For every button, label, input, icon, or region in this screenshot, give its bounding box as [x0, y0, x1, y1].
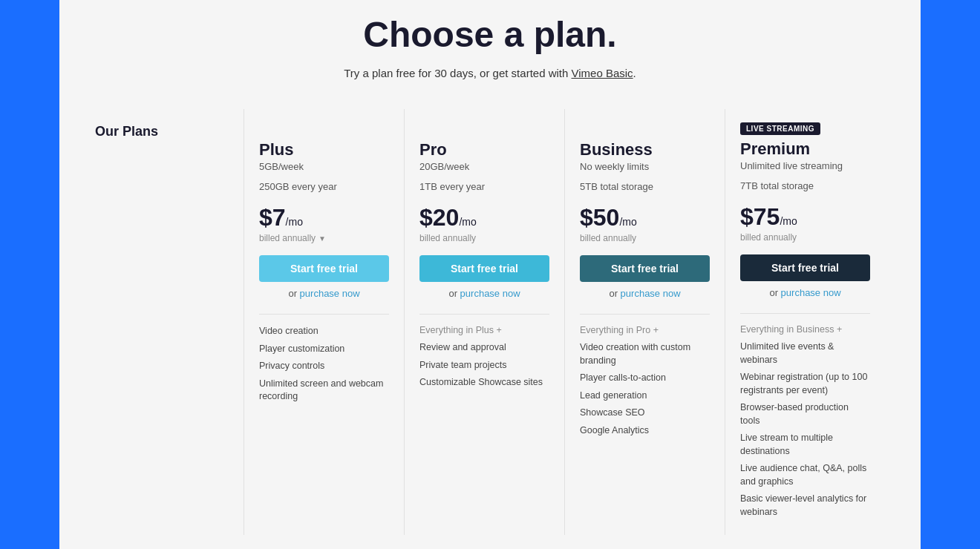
purchase-now-link[interactable]: purchase now: [621, 288, 681, 299]
start-trial-button[interactable]: Start free trial: [580, 255, 710, 282]
feature-item: Player calls-to-action: [580, 372, 710, 385]
price-amount: $50: [580, 204, 619, 231]
price-amount: $20: [419, 204, 459, 231]
plan-storage-year: 250GB every year: [259, 181, 389, 192]
features-header: Everything in Pro +: [580, 325, 710, 335]
billing-dropdown-icon[interactable]: ▼: [318, 234, 326, 243]
features-header: Everything in Business +: [740, 324, 870, 335]
live-badge: LIVE STREAMING: [740, 122, 820, 135]
divider: [259, 314, 389, 315]
feature-item: Video creation: [259, 325, 389, 338]
feature-item: Video creation with custom branding: [580, 341, 710, 367]
plan-col-premium: LIVE STREAMING Premium Unlimited live st…: [725, 109, 885, 535]
features-header: Everything in Plus +: [419, 325, 549, 335]
page-title: Choose a plan.: [95, 14, 885, 55]
feature-item: Lead generation: [580, 389, 710, 403]
feature-item: Review and approval: [419, 341, 549, 355]
subtitle: Try a plan free for 30 days, or get star…: [95, 67, 885, 79]
plan-storage-year: 5TB total storage: [580, 181, 710, 192]
plan-storage-year: 1TB every year: [419, 181, 549, 192]
price-row: $20 /mo: [419, 204, 549, 231]
price-row: $50 /mo: [580, 204, 710, 231]
pricing-card: Choose a plan. Try a plan free for 30 da…: [59, 0, 921, 549]
price-amount: $75: [740, 203, 780, 231]
plan-storage-week: No weekly limits: [580, 161, 710, 172]
price-period: /mo: [286, 216, 303, 228]
divider: [740, 313, 870, 314]
vimeo-basic-link[interactable]: Vimeo Basic: [572, 67, 633, 79]
our-plans-label: Our Plans: [95, 124, 158, 139]
features-list: Video creation with custom brandingPlaye…: [580, 341, 710, 437]
feature-item: Showcase SEO: [580, 407, 710, 420]
plan-storage-week: 20GB/week: [419, 161, 549, 172]
price-row: $7 /mo: [259, 204, 389, 231]
price-period: /mo: [780, 215, 797, 227]
plan-col-business: Business No weekly limits 5TB total stor…: [564, 109, 725, 535]
feature-item: Player customization: [259, 343, 389, 356]
plan-storage-year: 7TB total storage: [740, 180, 870, 191]
purchase-now-link[interactable]: purchase now: [300, 288, 360, 299]
divider: [419, 314, 549, 315]
feature-item: Live audience chat, Q&A, polls and graph…: [740, 462, 870, 488]
feature-item: Webinar registration (up to 100 registra…: [740, 371, 870, 397]
feature-item: Private team projects: [419, 359, 549, 372]
billed-text: billed annually: [419, 233, 476, 243]
billed-annually: billed annually: [419, 233, 549, 243]
our-plans-sidebar: Our Plans: [95, 109, 244, 535]
billed-annually: billed annually: [740, 232, 870, 243]
plan-name: Premium: [740, 139, 870, 159]
feature-item: Privacy controls: [259, 360, 389, 373]
plan-col-pro: Pro 20GB/week 1TB every year $20 /mo bil…: [404, 109, 564, 535]
price-period: /mo: [459, 216, 476, 228]
plan-storage-week: 5GB/week: [259, 161, 389, 172]
feature-item: Customizable Showcase sites: [419, 376, 549, 389]
subtitle-suffix: .: [633, 67, 636, 79]
start-trial-button[interactable]: Start free trial: [419, 255, 549, 282]
feature-item: Browser-based production tools: [740, 401, 870, 427]
plans-section: Our Plans Plus 5GB/week 250GB every year…: [95, 109, 885, 535]
price-period: /mo: [619, 216, 636, 228]
features-list: Review and approvalPrivate team projects…: [419, 341, 549, 389]
feature-item: Unlimited live events & webinars: [740, 341, 870, 366]
start-trial-button[interactable]: Start free trial: [259, 255, 389, 282]
start-trial-button[interactable]: Start free trial: [740, 254, 870, 281]
purchase-row: or purchase now: [419, 288, 549, 299]
price-row: $75 /mo: [740, 203, 870, 231]
plan-name: Business: [580, 140, 710, 160]
plan-col-plus: Plus 5GB/week 250GB every year $7 /mo bi…: [244, 109, 404, 535]
billed-text: billed annually: [740, 232, 797, 243]
divider: [580, 314, 710, 315]
features-list: Video creationPlayer customizationPrivac…: [259, 325, 389, 404]
page-header: Choose a plan. Try a plan free for 30 da…: [95, 14, 885, 79]
plan-name: Pro: [419, 140, 549, 160]
billed-annually: billed annually: [580, 233, 710, 243]
subtitle-text: Try a plan free for 30 days, or get star…: [344, 67, 571, 79]
price-amount: $7: [259, 204, 286, 231]
purchase-row: or purchase now: [580, 288, 710, 299]
feature-item: Live stream to multiple destinations: [740, 432, 870, 458]
feature-item: Google Analytics: [580, 424, 710, 438]
billed-annually: billed annually▼: [259, 233, 389, 243]
plan-name: Plus: [259, 140, 389, 160]
features-list: Unlimited live events & webinarsWebinar …: [740, 341, 870, 519]
billed-text: billed annually: [259, 233, 316, 243]
purchase-row: or purchase now: [740, 287, 870, 298]
plan-storage-week: Unlimited live streaming: [740, 160, 870, 171]
billed-text: billed annually: [580, 233, 636, 243]
plans-grid: Plus 5GB/week 250GB every year $7 /mo bi…: [244, 109, 885, 535]
purchase-now-link[interactable]: purchase now: [460, 288, 520, 299]
purchase-row: or purchase now: [259, 288, 389, 299]
feature-item: Basic viewer-level analytics for webinar…: [740, 493, 870, 519]
feature-item: Unlimited screen and webcam recording: [259, 378, 389, 404]
purchase-now-link[interactable]: purchase now: [781, 287, 841, 298]
